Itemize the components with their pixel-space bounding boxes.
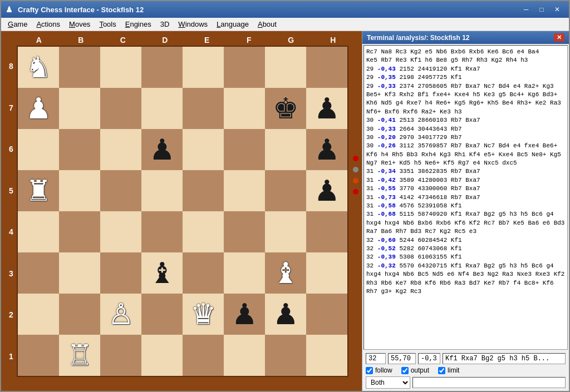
cell-r0-c3[interactable] (141, 47, 183, 88)
cell-r4-c3[interactable] (141, 211, 183, 252)
terminal-close-button[interactable]: ✕ (554, 33, 564, 42)
cell-r0-c6[interactable] (265, 47, 306, 88)
cell-r4-c5[interactable] (224, 211, 265, 252)
cell-r1-c0[interactable]: ♟ (18, 88, 59, 129)
menu-3d[interactable]: 3D (156, 19, 174, 29)
cell-r6-c0[interactable] (18, 294, 59, 335)
menu-game[interactable]: Game (3, 19, 32, 29)
cell-r3-c7[interactable]: ♟ (306, 170, 347, 211)
score-input[interactable] (388, 353, 416, 364)
cell-r2-c0[interactable] (18, 129, 59, 170)
cell-r0-c7[interactable] (306, 47, 347, 88)
menu-actions[interactable]: Actions (32, 19, 65, 29)
piece-white-♜[interactable]: ♜ (26, 176, 52, 205)
cell-r4-c1[interactable] (59, 211, 100, 252)
piece-black-♝[interactable]: ♝ (149, 259, 175, 287)
cell-r3-c1[interactable] (59, 170, 100, 211)
cell-r2-c4[interactable] (183, 129, 224, 170)
cell-r1-c5[interactable] (224, 88, 265, 129)
close-button[interactable]: ✕ (550, 4, 564, 15)
moves-input[interactable] (443, 353, 566, 364)
cell-r7-c2[interactable] (100, 335, 141, 376)
follow-checkbox-label[interactable]: follow (366, 366, 392, 374)
piece-white-♝[interactable]: ♝ (273, 259, 299, 287)
maximize-button[interactable]: □ (534, 4, 549, 15)
cell-r1-c7[interactable]: ♟ (306, 88, 347, 129)
cell-r5-c3[interactable]: ♝ (141, 252, 183, 294)
cell-r3-c2[interactable] (100, 170, 141, 211)
piece-black-♟[interactable]: ♟ (314, 135, 340, 164)
cell-r0-c2[interactable] (100, 47, 141, 88)
cell-r7-c7[interactable] (306, 335, 347, 376)
cell-r7-c0[interactable] (18, 335, 59, 376)
cell-r6-c2[interactable]: ♙ (100, 294, 141, 335)
piece-white-♞[interactable]: ♞ (26, 53, 52, 82)
cell-r5-c4[interactable] (183, 252, 224, 294)
cell-r3-c4[interactable] (183, 170, 224, 211)
command-input[interactable] (412, 377, 566, 388)
piece-white-♖[interactable]: ♖ (67, 341, 93, 370)
cell-r2-c1[interactable] (59, 129, 100, 170)
cell-r0-c0[interactable]: ♞ (18, 47, 59, 88)
cell-r5-c0[interactable] (18, 252, 59, 294)
cell-r4-c0[interactable] (18, 211, 59, 252)
cell-r6-c3[interactable] (141, 294, 183, 335)
cell-r4-c2[interactable] (100, 211, 141, 252)
cell-r5-c2[interactable] (100, 252, 141, 294)
side-select[interactable]: Both White Black (366, 376, 410, 389)
limit-checkbox-label[interactable]: limit (438, 366, 459, 374)
menu-moves[interactable]: Moves (65, 19, 95, 29)
cell-r3-c6[interactable] (265, 170, 306, 211)
piece-white-♙[interactable]: ♙ (108, 300, 134, 329)
output-checkbox[interactable] (401, 367, 409, 374)
chess-board[interactable]: ♞♟♚♟♟♟♜♟♝♝♙♛♟♟♖ (17, 46, 348, 377)
menu-tools[interactable]: Tools (95, 19, 120, 29)
piece-black-♟[interactable]: ♟ (273, 300, 299, 329)
cell-r7-c1[interactable]: ♖ (59, 335, 100, 376)
cell-r1-c6[interactable]: ♚ (265, 88, 306, 129)
cell-r3-c5[interactable] (224, 170, 265, 211)
cell-r1-c1[interactable] (59, 88, 100, 129)
cell-r4-c4[interactable] (183, 211, 224, 252)
menu-windows[interactable]: Windows (174, 19, 212, 29)
cell-r5-c7[interactable] (306, 252, 347, 294)
cell-r2-c2[interactable] (100, 129, 141, 170)
eval-input[interactable] (418, 353, 440, 364)
cell-r4-c7[interactable] (306, 211, 347, 252)
cell-r7-c3[interactable] (141, 335, 183, 376)
cell-r1-c2[interactable] (100, 88, 141, 129)
cell-r2-c3[interactable]: ♟ (141, 129, 183, 170)
cell-r6-c7[interactable] (306, 294, 347, 335)
cell-r2-c6[interactable] (265, 129, 306, 170)
depth-input[interactable] (366, 353, 386, 364)
cell-r0-c4[interactable] (183, 47, 224, 88)
follow-checkbox[interactable] (366, 367, 373, 374)
cell-r1-c3[interactable] (141, 88, 183, 129)
cell-r2-c7[interactable]: ♟ (306, 129, 347, 170)
piece-black-♟[interactable]: ♟ (314, 176, 340, 205)
piece-black-♟[interactable]: ♟ (314, 94, 340, 123)
piece-white-♟[interactable]: ♟ (26, 94, 52, 123)
limit-checkbox[interactable] (438, 367, 445, 374)
cell-r6-c6[interactable]: ♟ (265, 294, 306, 335)
cell-r7-c5[interactable] (224, 335, 265, 376)
piece-black-♟[interactable]: ♟ (232, 300, 258, 329)
cell-r6-c4[interactable]: ♛ (183, 294, 224, 335)
menu-about[interactable]: About (253, 19, 281, 29)
cell-r5-c6[interactable]: ♝ (265, 252, 306, 294)
cell-r4-c6[interactable] (265, 211, 306, 252)
cell-r0-c1[interactable] (59, 47, 100, 88)
cell-r0-c5[interactable] (224, 47, 265, 88)
cell-r3-c3[interactable] (141, 170, 183, 211)
menu-engines[interactable]: Engines (121, 19, 156, 29)
minimize-button[interactable]: ─ (519, 4, 533, 15)
cell-r7-c6[interactable] (265, 335, 306, 376)
piece-white-♛[interactable]: ♛ (190, 300, 217, 329)
menu-language[interactable]: Language (212, 19, 253, 29)
cell-r2-c5[interactable] (224, 129, 265, 170)
cell-r1-c4[interactable] (183, 88, 224, 129)
cell-r7-c4[interactable] (183, 335, 224, 376)
cell-r6-c1[interactable] (59, 294, 100, 335)
terminal-output[interactable]: Rc7 Na8 Rc3 Kg2 e5 Nb6 Bxb6 Rxb6 Ke6 Bc6… (363, 45, 568, 350)
piece-black-♚[interactable]: ♚ (273, 94, 299, 123)
